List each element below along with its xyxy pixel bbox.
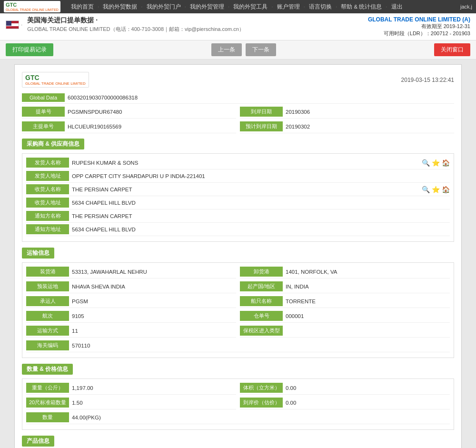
origin-row: 起产国/地区 IN, INDIA <box>240 281 450 293</box>
logo-box: GTC GLOBAL TRADE ONLINE LIMITED <box>4 1 60 12</box>
volume-value: 0.00 <box>286 384 450 392</box>
bill-no-row: 提单号 PGSMNSPDUR67480 <box>22 107 236 119</box>
next-button[interactable]: 下一条 <box>246 43 276 56</box>
expected-date-row: 预计到岸日期 20190302 <box>240 121 454 133</box>
home-icon2[interactable]: 🏠 <box>442 186 450 193</box>
notify-name-label: 通知方名称 <box>26 211 69 221</box>
header-bar: · 美国海关进口提单数据 · GLOBAL TRADE ONLINE LIMIT… <box>0 13 476 40</box>
main-content: GTC GLOBAL TRADE ONLINE LIMITED 2019-03-… <box>0 60 476 448</box>
bonded-label: 保税区进入类型 <box>240 326 283 336</box>
vessel-label: 船只名称 <box>240 296 283 306</box>
unload-port-value: 1401, NORFOLK, VA <box>286 268 450 276</box>
arrival-price-value: 0.00 <box>286 399 450 407</box>
search-icon2[interactable]: 🔍 <box>422 186 430 193</box>
unload-port-label: 卸货港 <box>240 267 283 277</box>
logo-text: GTC <box>6 2 59 8</box>
warehouse-label: 仓单号 <box>240 311 283 321</box>
document-card: GTC GLOBAL TRADE ONLINE LIMITED 2019-03-… <box>14 64 462 448</box>
close-button[interactable]: 关闭窗口 <box>434 43 470 56</box>
transport-section-inner: 装货港 53313, JAWAHARLAL NEHRU 卸货港 1401, NO… <box>22 262 454 358</box>
supplier-section-title: 采购商 & 供应商信息 <box>22 139 84 149</box>
doc-logo-text: GTC <box>25 74 86 81</box>
warehouse-row: 仓单号 000001 <box>240 311 450 323</box>
expected-date-value: 20190302 <box>286 123 454 130</box>
vessel-row: 船只名称 TORRENTE <box>240 296 450 308</box>
consignee-addr-label: 收货人地址 <box>26 198 69 208</box>
volume-label: 体积（立方米） <box>240 383 283 393</box>
transport-dest-value: NHAVA SHEVA INDIA <box>72 283 236 290</box>
brand-name: GLOBAL TRADE ONLINE LIMITED (A) <box>368 16 470 23</box>
doc-logo: GTC GLOBAL TRADE ONLINE LIMITED <box>22 72 89 88</box>
arrival-date-value: 20190306 <box>286 108 454 116</box>
flag-box: · <box>6 20 22 29</box>
logo-sub: GLOBAL TRADE ONLINE LIMITED <box>6 8 59 11</box>
shipper-name-label: 发货人名称 <box>26 158 69 168</box>
prev-button[interactable]: 上一条 <box>211 43 242 56</box>
weight-label: 重量（公斤） <box>26 383 69 393</box>
doc-logo-sub: GLOBAL TRADE ONLINE LIMITED <box>25 81 86 86</box>
vessel-value: TORRENTE <box>286 298 450 305</box>
logo-area: GTC GLOBAL TRADE ONLINE LIMITED <box>4 1 63 12</box>
weight-row: 重量（公斤） 1,197.00 <box>26 383 236 395</box>
origin-label: 起产国/地区 <box>240 281 283 291</box>
origin-value: IN, INDIA <box>286 283 450 290</box>
shipper-name-value: RUPESH KUMAR & SONS <box>72 159 418 167</box>
nav-portal[interactable]: 我的外贸门户 <box>144 1 184 12</box>
container20-label: 20尺标准箱数量 <box>26 398 69 408</box>
consignee-icons: 🔍 ⭐ 🏠 <box>422 186 450 193</box>
unload-port-row: 卸货港 1401, NORFOLK, VA <box>240 267 450 279</box>
shipper-addr-label: 发货人地址 <box>26 171 69 181</box>
nav-trade-data[interactable]: 我的外贸数据 <box>100 1 140 12</box>
top-toolbar: 打印提易记录 上一条 下一条 关闭窗口 <box>0 40 476 60</box>
transport-section-title: 运输信息 <box>22 248 54 259</box>
notify-name-value: THE PERSIAN CARPET <box>72 212 450 220</box>
quantity-section: 数量 & 价格信息 重量（公斤） 1,197.00 体积（立方米） 0.00 2… <box>22 364 454 430</box>
bonded-value <box>286 330 450 332</box>
consignee-addr-value: 5634 CHAPEL HILL BLVD <box>72 199 450 207</box>
doc-logo-box: GTC GLOBAL TRADE ONLINE LIMITED <box>22 72 89 88</box>
star-icon2[interactable]: ⭐ <box>432 186 440 193</box>
voyage-value: 9105 <box>72 312 236 320</box>
consignee-name-value: THE PERSIAN CARPET <box>72 186 418 193</box>
page-title: 美国海关进口提单数据 · <box>27 16 244 25</box>
notify-addr-row: 通知方地址 5634 CHAPEL HILL BLVD <box>26 224 450 236</box>
volume-row: 体积（立方米） 0.00 <box>240 383 450 395</box>
nav-items: 我的首页 · 我的外贸数据 · 我的外贸门户 · 我的外贸管理 · 我的外贸工具… <box>68 1 460 12</box>
arrival-price-row: 到岸价（估价） 0.00 <box>240 398 450 409</box>
bonded-row: 保税区进入类型 <box>240 326 450 338</box>
shipper-addr-row: 发货人地址 OPP CARPET CITY SHARDAPURI U P IND… <box>26 171 450 183</box>
shipper-icons: 🔍 ⭐ 🏠 <box>422 159 450 167</box>
nav-home[interactable]: 我的首页 <box>68 1 97 12</box>
star-icon[interactable]: ⭐ <box>432 159 440 167</box>
quantity-section-title: 数量 & 价格信息 <box>22 364 73 375</box>
quantity-value: 44.00(PKG) <box>72 414 450 421</box>
nav-management[interactable]: 我的外贸管理 <box>187 1 227 12</box>
weight-value: 1,197.00 <box>72 384 236 392</box>
quantity-row: 数量 44.00(PKG) <box>26 412 450 424</box>
supplier-section-inner: 发货人名称 RUPESH KUMAR & SONS 🔍 ⭐ 🏠 发货人地址 OP… <box>22 153 454 242</box>
nav-logout[interactable]: 退出 <box>388 1 406 12</box>
us-flag <box>6 20 19 29</box>
transport-mode-row: 运输方式 11 <box>26 326 236 338</box>
customs-code-value: 570110 <box>72 342 450 349</box>
consignee-name-row: 收货人名称 THE PERSIAN CARPET 🔍 ⭐ 🏠 <box>26 184 450 196</box>
consignee-name-label: 收货人名称 <box>26 184 69 194</box>
search-icon[interactable]: 🔍 <box>422 159 430 167</box>
container20-row: 20尺标准箱数量 1.50 <box>26 398 236 409</box>
global-data-row: Global Data 60032019030700000086318 <box>22 93 454 104</box>
product-section: 产品信息 集装箱船号 TCNU8818494（CN / L / HH） 集装箱尺… <box>22 436 454 448</box>
customs-code-label: 海关编码 <box>26 340 69 350</box>
carrier-value: PGSM <box>72 298 236 305</box>
expected-date-label: 预计到岸日期 <box>240 121 283 131</box>
nav-help[interactable]: 帮助 & 统计信息 <box>338 1 385 12</box>
home-icon[interactable]: 🏠 <box>442 159 450 167</box>
nav-language[interactable]: 语言切换 <box>306 1 335 12</box>
nav-tools[interactable]: 我的外贸工具 <box>230 1 270 12</box>
nav-account[interactable]: 账户管理 <box>274 1 303 12</box>
shipper-addr-value: OPP CARPET CITY SHARDAPURI U P INDIA-221… <box>72 172 450 180</box>
master-bill-row: 主提单号 HLCUEUR190165569 <box>22 121 236 133</box>
header-left: · 美国海关进口提单数据 · GLOBAL TRADE ONLINE LIMIT… <box>6 16 368 33</box>
transport-dest-label: 预装运地 <box>26 281 69 291</box>
product-section-title: 产品信息 <box>22 436 54 447</box>
print-button[interactable]: 打印提易记录 <box>6 43 53 56</box>
